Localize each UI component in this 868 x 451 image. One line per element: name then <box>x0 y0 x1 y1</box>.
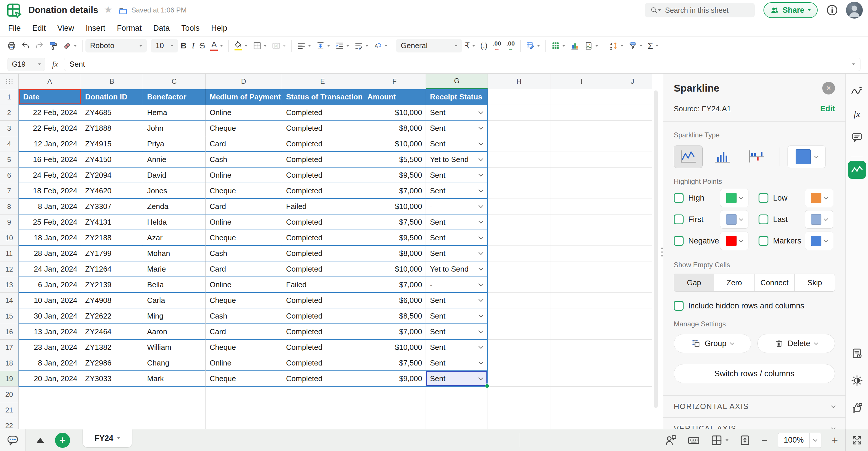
cell-I1[interactable] <box>550 89 613 105</box>
cell-G4[interactable]: Sent <box>426 136 488 152</box>
menu-item-file[interactable]: File <box>2 24 27 33</box>
info-button[interactable] <box>826 4 838 17</box>
currency-caret[interactable] <box>472 45 475 47</box>
cell-F13[interactable]: $7,000 <box>363 277 426 293</box>
cell-H5[interactable] <box>488 152 550 168</box>
cell-G22[interactable] <box>426 418 488 429</box>
row-header-18[interactable]: 18 <box>0 355 19 371</box>
cell-I22[interactable] <box>550 418 613 429</box>
cell-I20[interactable] <box>550 387 613 402</box>
undo-button[interactable] <box>19 38 32 53</box>
highlight-high-checkbox[interactable] <box>674 193 684 203</box>
dropdown-chevron-icon[interactable] <box>478 203 484 208</box>
highlight-low-checkbox[interactable] <box>758 193 768 203</box>
cell-D22[interactable] <box>206 418 282 429</box>
highlight-negative-checkbox[interactable] <box>674 236 684 246</box>
cell-B20[interactable] <box>81 387 143 402</box>
row-header-16[interactable]: 16 <box>0 324 19 340</box>
row-header-19[interactable]: 19 <box>0 371 19 387</box>
cell-A19[interactable]: 20 Jan, 2024 <box>19 371 81 387</box>
row-header-7[interactable]: 7 <box>0 183 19 199</box>
dropdown-chevron-icon[interactable] <box>478 141 484 145</box>
dropdown-chevron-icon[interactable] <box>478 109 484 114</box>
row-header-3[interactable]: 3 <box>0 120 19 136</box>
fill-color-button[interactable] <box>231 38 250 53</box>
cell-C15[interactable]: Ming <box>143 308 206 324</box>
cell-C22[interactable] <box>143 418 206 429</box>
cell-F4[interactable]: $10,000 <box>363 136 426 152</box>
cell-F8[interactable]: $10,000 <box>363 199 426 215</box>
cell-A17[interactable]: 23 Jan, 2024 <box>19 340 81 355</box>
delete-button[interactable]: Delete <box>757 334 835 353</box>
clear-format-button[interactable] <box>60 38 79 53</box>
cell-A1[interactable]: Date <box>19 89 81 105</box>
cell-E10[interactable]: Completed <box>282 230 363 246</box>
cell-D21[interactable] <box>206 402 282 418</box>
highlight-first-color-picker[interactable] <box>720 210 748 229</box>
dropdown-chevron-icon[interactable] <box>478 172 484 177</box>
cell-B9[interactable]: ZY4131 <box>81 215 143 230</box>
sheet-tab-caret[interactable] <box>117 438 120 439</box>
cell-J2[interactable] <box>613 105 652 120</box>
cell-D15[interactable]: Cash <box>206 308 282 324</box>
cell-B5[interactable]: ZY4150 <box>81 152 143 168</box>
dropdown-chevron-icon[interactable] <box>478 234 484 239</box>
cell-J7[interactable] <box>613 183 652 199</box>
cell-I9[interactable] <box>550 215 613 230</box>
cell-C5[interactable]: Annie <box>143 152 206 168</box>
cell-C19[interactable]: Mark <box>143 371 206 387</box>
cell-J4[interactable] <box>613 136 652 152</box>
cell-F22[interactable] <box>363 418 426 429</box>
bold-button[interactable]: B <box>178 38 189 53</box>
close-panel-button[interactable]: × <box>822 82 835 94</box>
cell-H2[interactable] <box>488 105 550 120</box>
cell-F11[interactable]: $8,000 <box>363 246 426 261</box>
italic-button[interactable]: I <box>189 38 197 53</box>
sheet-tab-fy24[interactable]: FY24 <box>83 429 132 447</box>
dropdown-chevron-icon[interactable] <box>478 281 484 286</box>
row-header-1[interactable]: 1 <box>0 89 19 105</box>
column-header-B[interactable]: B <box>81 74 143 89</box>
cell-E3[interactable]: Completed <box>282 120 363 136</box>
row-header-5[interactable]: 5 <box>0 152 19 168</box>
strikethrough-button[interactable]: S <box>197 38 208 53</box>
cell-F18[interactable]: $7,500 <box>363 355 426 371</box>
select-all-corner[interactable] <box>0 74 19 89</box>
vertical-align-caret[interactable] <box>327 45 330 47</box>
cell-F7[interactable]: $7,000 <box>363 183 426 199</box>
cell-H9[interactable] <box>488 215 550 230</box>
dropdown-chevron-icon[interactable] <box>478 297 484 302</box>
cell-H8[interactable] <box>488 199 550 215</box>
dropdown-chevron-icon[interactable] <box>478 125 484 130</box>
horizontal-align-caret[interactable] <box>308 45 311 47</box>
cell-I6[interactable] <box>550 168 613 183</box>
search-options-caret[interactable] <box>658 9 661 11</box>
sparkline-type-winloss-button[interactable] <box>742 145 771 168</box>
sort-button[interactable]: AZ <box>607 38 626 53</box>
menu-item-insert[interactable]: Insert <box>80 24 111 33</box>
cell-H18[interactable] <box>488 355 550 371</box>
cell-A4[interactable]: 12 Jan, 2024 <box>19 136 81 152</box>
cell-G17[interactable]: Sent <box>426 340 488 355</box>
cell-A22[interactable] <box>19 418 81 429</box>
cell-E16[interactable]: Completed <box>282 324 363 340</box>
dropdown-chevron-icon[interactable] <box>478 329 484 333</box>
dropdown-chevron-icon[interactable] <box>478 250 484 255</box>
cell-F6[interactable]: $9,500 <box>363 168 426 183</box>
cell-G19[interactable]: Sent <box>426 371 488 387</box>
column-header-D[interactable]: D <box>206 74 282 89</box>
cell-J3[interactable] <box>613 120 652 136</box>
cell-E20[interactable] <box>282 387 363 402</box>
text-color-caret[interactable] <box>220 45 223 47</box>
cell-C20[interactable] <box>143 387 206 402</box>
row-header-9[interactable]: 9 <box>0 215 19 230</box>
cell-J22[interactable] <box>613 418 652 429</box>
include-hidden-checkbox[interactable] <box>674 301 684 311</box>
cell-J8[interactable] <box>613 199 652 215</box>
cell-B16[interactable]: ZY2464 <box>81 324 143 340</box>
menu-item-format[interactable]: Format <box>111 24 148 33</box>
cell-G11[interactable]: Sent <box>426 246 488 261</box>
row-header-2[interactable]: 2 <box>0 105 19 120</box>
cell-B2[interactable]: ZY4685 <box>81 105 143 120</box>
text-wrap-button[interactable] <box>352 38 371 53</box>
